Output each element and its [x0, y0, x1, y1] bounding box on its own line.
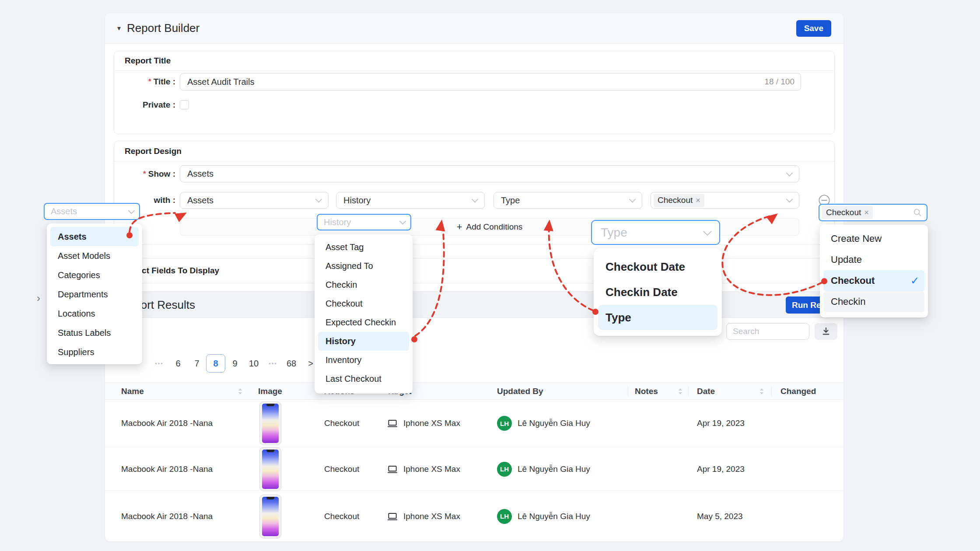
- date-cell: Apr 19, 2023: [697, 418, 745, 428]
- menu-item-asset-models[interactable]: Asset Models: [50, 246, 139, 265]
- menu-item-checkin-date[interactable]: Checkin Date: [598, 279, 718, 305]
- plus-icon: +: [457, 221, 462, 233]
- user-link[interactable]: Lê Nguyễn Gia Huy: [518, 418, 590, 428]
- laptop-icon: [387, 418, 398, 429]
- date-cell: Apr 19, 2023: [697, 464, 745, 474]
- table-header: Name Image Actions Target Updated By Not…: [105, 382, 844, 400]
- menu-item-departments[interactable]: Departments: [50, 285, 139, 304]
- report-results-band: Report Results Run Report: [105, 291, 844, 318]
- search-icon: [913, 208, 922, 217]
- pagination-page-8-active[interactable]: 8: [206, 354, 225, 373]
- download-icon: [821, 327, 831, 336]
- col-image: Image: [258, 383, 282, 400]
- col-date[interactable]: Date: [697, 383, 715, 400]
- pagination-page-10[interactable]: 10: [249, 359, 259, 369]
- required-mark: *: [143, 170, 146, 178]
- chevron-down-icon: [786, 196, 793, 203]
- pagination-ellipsis[interactable]: •••: [269, 360, 277, 367]
- menu-item-categories[interactable]: Categories: [50, 265, 139, 285]
- menu-item-checkout[interactable]: Checkout ✓: [823, 270, 924, 291]
- avatar: LH: [497, 462, 512, 477]
- title-input[interactable]: Asset Audit Trails 18 / 100: [180, 73, 801, 91]
- menu-item-checkin[interactable]: Checkin: [823, 291, 924, 312]
- tag-close-icon[interactable]: ×: [864, 208, 869, 217]
- pagination-page-68[interactable]: 68: [287, 359, 296, 369]
- col-name[interactable]: Name: [121, 383, 144, 400]
- with-select-assets[interactable]: Assets: [180, 192, 329, 209]
- pagination-ellipsis[interactable]: •••: [155, 360, 164, 367]
- chevron-down-icon: [472, 196, 479, 203]
- menu-item-checkout[interactable]: Checkout: [318, 294, 409, 313]
- with-select-history[interactable]: History: [336, 192, 485, 209]
- history-dropdown-input[interactable]: History: [317, 214, 411, 230]
- history-dropdown-menu: Asset Tag Assigned To Checkin Checkout E…: [315, 234, 413, 394]
- report-design-section-label: Report Design: [125, 146, 182, 156]
- type-dropdown-input[interactable]: Type: [591, 220, 720, 245]
- menu-item-create-new[interactable]: Create New: [823, 228, 924, 249]
- report-design-section-header: Report Design: [114, 141, 834, 161]
- menu-item-locations[interactable]: Locations: [50, 304, 139, 323]
- avatar: LH: [497, 416, 512, 431]
- assets-dropdown-placeholder: Assets: [45, 206, 77, 216]
- asset-name-link[interactable]: Macbook Air 2018 -Nana: [121, 512, 213, 521]
- check-icon: ✓: [910, 270, 919, 291]
- menu-item-suppliers[interactable]: Suppliers: [50, 342, 139, 362]
- checkout-tag: Checkout ×: [654, 194, 704, 207]
- user-link[interactable]: Lê Nguyễn Gia Huy: [518, 512, 590, 521]
- pagination-page-9[interactable]: 9: [232, 359, 237, 369]
- col-changed: Changed: [780, 383, 816, 400]
- pagination-next-button[interactable]: >: [308, 359, 313, 369]
- menu-item-inventory[interactable]: Inventory: [318, 351, 409, 370]
- save-button[interactable]: Save: [796, 20, 831, 37]
- menu-item-history[interactable]: History: [318, 332, 409, 351]
- chevron-down-icon: [128, 207, 135, 214]
- asset-name-link[interactable]: Macbook Air 2018 -Nana: [121, 418, 213, 428]
- show-select[interactable]: Assets: [180, 165, 799, 182]
- page-fragment-chevron: ›: [37, 292, 40, 304]
- private-checkbox[interactable]: [180, 100, 189, 109]
- search-input[interactable]: [727, 324, 809, 339]
- chevron-down-icon: [703, 227, 712, 236]
- menu-item-last-checkout[interactable]: Last Checkout: [318, 370, 409, 388]
- sort-icon[interactable]: [759, 387, 764, 395]
- report-title-section-header: Report Title: [114, 51, 834, 71]
- page: ▾ Report Builder Save Report Title *Titl…: [0, 0, 980, 551]
- asset-name-link[interactable]: Macbook Air 2018 -Nana: [121, 464, 213, 474]
- col-notes[interactable]: Notes: [635, 383, 658, 400]
- menu-item-expected-checkin[interactable]: Expected Checkin: [318, 313, 409, 332]
- checkout-selected-tag-label: Checkout: [826, 208, 861, 217]
- user-link[interactable]: Lê Nguyễn Gia Huy: [518, 464, 590, 474]
- chevron-down-icon: [399, 218, 406, 225]
- menu-item-status-labels[interactable]: Status Labels: [50, 323, 139, 342]
- sort-icon[interactable]: [678, 387, 683, 395]
- col-updated-by: Updated By: [497, 383, 543, 400]
- chevron-down-icon: [786, 170, 793, 177]
- sort-icon[interactable]: [238, 387, 243, 395]
- menu-item-update[interactable]: Update: [823, 249, 924, 270]
- menu-item-asset-tag[interactable]: Asset Tag: [318, 238, 409, 257]
- menu-item-assigned-to[interactable]: Assigned To: [318, 257, 409, 276]
- assets-dropdown-input[interactable]: Assets: [44, 203, 140, 220]
- checkout-dropdown-input[interactable]: Checkout ×: [819, 204, 928, 221]
- with-select-type[interactable]: Type: [494, 192, 642, 209]
- required-mark: *: [148, 77, 151, 86]
- tag-close-icon[interactable]: ×: [696, 196, 700, 205]
- avatar-initials: LH: [500, 465, 509, 473]
- with-select-checkout[interactable]: Checkout ×: [651, 192, 799, 209]
- menu-item-checkout-date[interactable]: Checkout Date: [598, 254, 718, 279]
- select-fields-section[interactable]: Select Fields To Display: [114, 258, 835, 283]
- report-title-section-label: Report Title: [125, 56, 171, 66]
- pagination-page-7[interactable]: 7: [194, 359, 199, 369]
- menu-item-type[interactable]: Type: [598, 305, 718, 330]
- with-select-history-value: History: [336, 195, 371, 206]
- menu-item-checkin[interactable]: Checkin: [318, 276, 409, 294]
- download-button[interactable]: [815, 323, 837, 340]
- search-box: [726, 323, 809, 340]
- add-conditions-label: Add Conditions: [466, 222, 522, 232]
- laptop-icon: [387, 464, 398, 475]
- menu-item-assets[interactable]: Assets: [50, 227, 139, 246]
- avatar-initials: LH: [500, 513, 509, 520]
- char-counter: 18 / 100: [764, 77, 794, 87]
- pagination-page-6[interactable]: 6: [175, 359, 180, 369]
- collapse-caret-icon[interactable]: ▾: [117, 24, 121, 32]
